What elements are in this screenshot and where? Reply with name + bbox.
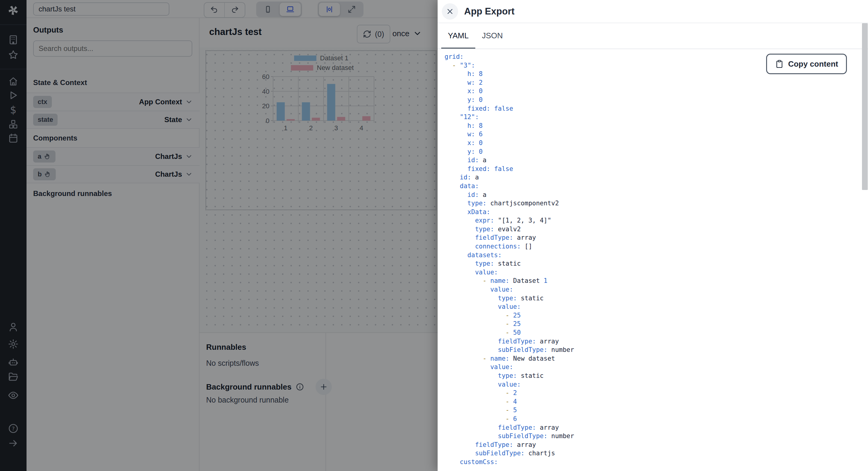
tab-yaml[interactable]: YAML (441, 23, 475, 49)
tabs-divider (438, 49, 868, 49)
modal-title: App Export (464, 6, 515, 17)
copy-content-label: Copy content (788, 59, 838, 69)
tab-json[interactable]: JSON (475, 23, 509, 49)
clipboard-icon (775, 59, 784, 68)
close-icon (446, 7, 454, 16)
export-format-tabs: YAML JSON (441, 23, 509, 49)
app-editor-window: $ ? (0, 0, 868, 471)
copy-content-button[interactable]: Copy content (766, 54, 847, 74)
modal-scrollbar-thumb[interactable] (862, 23, 868, 190)
modal-header: App Export (438, 0, 868, 23)
app-export-modal: App Export YAML JSON Copy content grid: … (438, 0, 868, 471)
modal-scrim[interactable] (0, 0, 438, 471)
yaml-export-code[interactable]: grid: - "3": h: 8 w: 2 x: 0 y: 0 fixed: … (444, 53, 574, 467)
close-button[interactable] (442, 3, 458, 20)
